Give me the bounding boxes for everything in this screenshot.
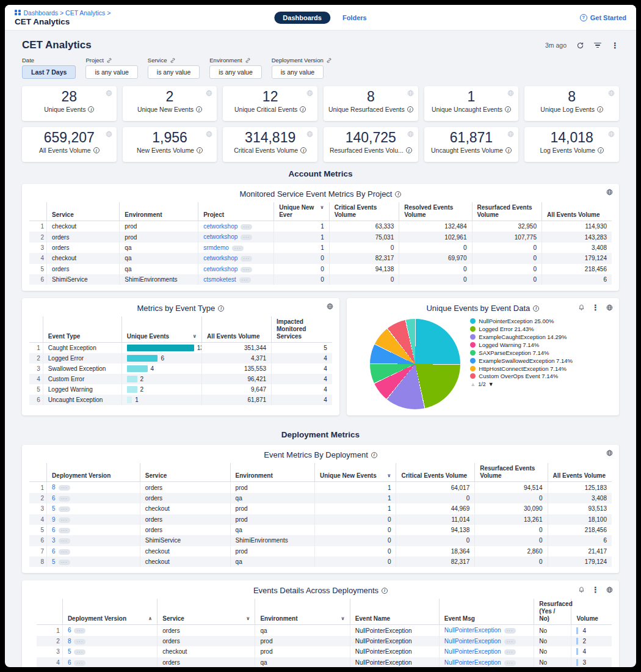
overflow-dots[interactable]: ···	[241, 224, 252, 230]
overflow-dots[interactable]: ···	[241, 235, 252, 240]
cell-link[interactable]: 5	[68, 648, 71, 655]
overflow-dots[interactable]: ···	[74, 639, 85, 645]
info-icon[interactable]: i	[395, 191, 401, 197]
cell-link[interactable]: 6	[52, 495, 56, 502]
sort-down-icon[interactable]: ∨	[341, 616, 345, 622]
globe-icon[interactable]	[608, 90, 615, 97]
overflow-dots[interactable]: ···	[59, 528, 70, 533]
filter-value[interactable]: is any value	[85, 65, 137, 79]
column-header[interactable]: ∨Environment	[255, 599, 350, 625]
info-icon[interactable]: i	[533, 305, 539, 312]
info-icon[interactable]: i	[218, 305, 224, 312]
sort-down-icon[interactable]: ∨	[246, 616, 250, 622]
info-icon[interactable]: i	[371, 452, 377, 458]
info-icon[interactable]: i	[598, 147, 604, 153]
globe-icon[interactable]	[606, 586, 613, 593]
column-header[interactable]: ∨Unique New Events	[314, 463, 396, 482]
legend-page-up-icon[interactable]: ▲	[470, 381, 476, 388]
cell-link[interactable]: NullPointerException	[444, 638, 501, 645]
overflow-dots[interactable]: ···	[59, 549, 70, 555]
info-icon[interactable]: i	[93, 147, 100, 153]
get-started-link[interactable]: ? Get Started	[580, 14, 626, 21]
globe-icon[interactable]	[606, 304, 613, 311]
refresh-icon[interactable]	[576, 42, 584, 49]
info-icon[interactable]: i	[406, 147, 412, 153]
overflow-dots[interactable]: ···	[241, 267, 252, 272]
globe-icon[interactable]	[306, 90, 313, 97]
info-icon[interactable]: i	[505, 106, 511, 112]
info-icon[interactable]: i	[197, 147, 203, 153]
cell-link[interactable]: NullPointerException	[444, 659, 501, 666]
cell-link[interactable]: srmdemo	[203, 244, 229, 251]
info-icon[interactable]: i	[505, 147, 512, 153]
legend-item[interactable]: ExampleCaughtException 14.29%	[470, 334, 595, 341]
legend-item[interactable]: ExampleSwallowedException 7.14%	[470, 357, 595, 365]
overflow-dots[interactable]: ···	[59, 485, 70, 491]
info-icon[interactable]: i	[407, 106, 413, 112]
legend-item[interactable]: Custom OverOps Event 7.14%	[470, 373, 595, 380]
cell-link[interactable]: ctsmoketest	[203, 276, 236, 283]
sort-down-icon[interactable]: ∨	[320, 205, 324, 211]
column-header[interactable]: ∧Deployment Version	[62, 599, 157, 625]
info-icon[interactable]: i	[300, 106, 306, 112]
panel-kebab-icon[interactable]: ⋮	[592, 585, 599, 594]
legend-item[interactable]: SAXParseException 7.14%	[470, 349, 595, 357]
pie-chart[interactable]	[370, 319, 460, 409]
column-header[interactable]: ∨Unique New Ever	[274, 202, 330, 221]
cell-link[interactable]: 3	[52, 537, 56, 544]
globe-icon[interactable]	[206, 131, 212, 137]
cell-link[interactable]: 6	[52, 548, 56, 555]
column-header[interactable]: ∨Service	[158, 599, 255, 625]
overflow-dots[interactable]: ···	[241, 256, 252, 261]
cell-link[interactable]: cetworkshop	[203, 233, 237, 240]
legend-item[interactable]: Logged Error 21.43%	[470, 326, 595, 333]
cell-link[interactable]: 8	[68, 638, 71, 645]
globe-icon[interactable]	[327, 303, 333, 310]
globe-icon[interactable]	[106, 131, 112, 137]
overflow-dots[interactable]: ···	[74, 649, 85, 655]
cell-link[interactable]: NullPointerException	[444, 648, 501, 655]
sort-down-icon[interactable]: ∨	[193, 334, 197, 340]
cell-link[interactable]: 8	[52, 484, 56, 491]
overflow-dots[interactable]: ···	[74, 628, 85, 634]
cell-link[interactable]: cetworkshop	[203, 266, 237, 272]
filter-value[interactable]: is any value	[272, 65, 324, 79]
cell-link[interactable]: 5	[52, 558, 56, 565]
breadcrumb-text[interactable]: Dashboards > CET Analytics >	[24, 9, 111, 16]
globe-icon[interactable]	[608, 131, 615, 137]
cell-link[interactable]: NullPointerException	[444, 627, 501, 634]
bell-icon[interactable]	[578, 586, 585, 593]
legend-item[interactable]: HttpHostConnectException 7.14%	[470, 365, 595, 373]
overflow-dots[interactable]: ···	[239, 277, 251, 283]
filter-icon[interactable]	[594, 43, 601, 48]
globe-icon[interactable]	[306, 131, 313, 137]
globe-icon[interactable]	[407, 90, 414, 97]
filter-value[interactable]: Last 7 Days	[22, 65, 76, 79]
tab-folders[interactable]: Folders	[342, 14, 367, 21]
globe-icon[interactable]	[407, 131, 414, 137]
cell-link[interactable]: cetworkshop	[203, 255, 237, 261]
legend-item[interactable]: NullPointerException 25.00%	[470, 318, 595, 325]
overflow-dots[interactable]: ···	[59, 506, 70, 512]
overflow-dots[interactable]: ···	[232, 246, 244, 251]
overflow-dots[interactable]: ···	[59, 517, 70, 523]
overflow-dots[interactable]: ···	[59, 560, 70, 565]
overflow-dots[interactable]: ···	[74, 660, 85, 666]
info-icon[interactable]: i	[88, 106, 94, 112]
filter-value[interactable]: is any value	[148, 65, 200, 79]
overflow-dots[interactable]: ···	[59, 538, 70, 544]
cell-link[interactable]: 5	[52, 505, 56, 512]
cell-link[interactable]: 6	[68, 659, 71, 666]
cell-link[interactable]: 9	[52, 516, 56, 523]
cell-link[interactable]: 6	[52, 527, 56, 533]
overflow-dots[interactable]: ···	[504, 660, 516, 666]
globe-icon[interactable]	[606, 450, 613, 456]
cell-link[interactable]: 6	[68, 627, 71, 634]
sort-up-icon[interactable]: ∧	[148, 616, 153, 622]
sort-down-icon[interactable]: ∨	[387, 473, 391, 479]
more-menu-icon[interactable]: ⋮	[611, 41, 619, 50]
overflow-dots[interactable]: ···	[504, 639, 516, 645]
info-icon[interactable]: i	[597, 106, 603, 112]
overflow-dots[interactable]: ···	[504, 628, 516, 634]
tab-dashboards[interactable]: Dashboards	[274, 12, 330, 24]
